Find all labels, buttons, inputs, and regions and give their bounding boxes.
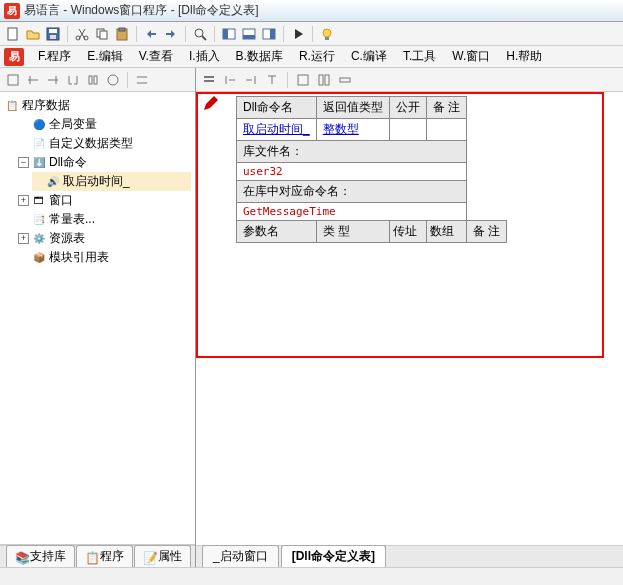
lt-btn-6[interactable] xyxy=(104,71,122,89)
menu-view[interactable]: V.查看 xyxy=(131,46,181,67)
rt-btn-1[interactable] xyxy=(200,71,218,89)
toolbar-separator xyxy=(312,26,313,42)
cell-lib-file[interactable]: user32 xyxy=(237,163,467,181)
th-addr: 传址 xyxy=(389,221,426,243)
left-bottom-tabs: 📚支持库 📋程序 📝属性 xyxy=(0,545,195,567)
logo-icon: 易 xyxy=(4,48,24,66)
main-toolbar xyxy=(0,22,623,46)
svg-point-10 xyxy=(195,29,203,37)
svg-rect-19 xyxy=(325,37,329,40)
panel1-button[interactable] xyxy=(220,25,238,43)
svg-line-11 xyxy=(202,36,206,40)
svg-rect-0 xyxy=(8,28,17,40)
tree-dll-item[interactable]: 🔊 取启动时间_ xyxy=(32,172,191,191)
tree-global-var[interactable]: 🔵 全局变量 xyxy=(18,115,191,134)
redo-button[interactable] xyxy=(162,25,180,43)
tree-label: 资源表 xyxy=(49,230,85,247)
copy-button[interactable] xyxy=(93,25,111,43)
svg-point-27 xyxy=(108,75,118,85)
th-remark2: 备 注 xyxy=(467,221,507,243)
rt-btn-2[interactable] xyxy=(221,71,239,89)
rt-btn-6[interactable] xyxy=(315,71,333,89)
lt-btn-5[interactable] xyxy=(84,71,102,89)
module-icon: 📦 xyxy=(31,251,47,265)
tree-module-ref[interactable]: 📦 模块引用表 xyxy=(18,248,191,267)
menu-tools[interactable]: T.工具 xyxy=(395,46,444,67)
menu-database[interactable]: B.数据库 xyxy=(228,46,291,67)
new-file-button[interactable] xyxy=(4,25,22,43)
menu-insert[interactable]: I.插入 xyxy=(181,46,228,67)
svg-rect-17 xyxy=(270,29,275,39)
cell-remark[interactable] xyxy=(426,119,466,141)
right-toolbar xyxy=(196,68,623,92)
tree-label: 常量表... xyxy=(49,211,95,228)
menu-run[interactable]: R.运行 xyxy=(291,46,343,67)
prop-icon: 📝 xyxy=(143,551,155,563)
toolbar-separator xyxy=(287,72,288,88)
tab-program[interactable]: 📋程序 xyxy=(76,545,133,567)
tree-dll-cmd[interactable]: − ⬇️ Dll命令 xyxy=(18,153,191,172)
menu-edit[interactable]: E.编辑 xyxy=(79,46,130,67)
menu-program[interactable]: F.程序 xyxy=(30,46,79,67)
menu-window[interactable]: W.窗口 xyxy=(444,46,498,67)
open-file-button[interactable] xyxy=(24,25,42,43)
lt-btn-4[interactable] xyxy=(64,71,82,89)
cell-lib-cmd[interactable]: GetMessageTime xyxy=(237,203,467,221)
project-tree[interactable]: 📋 程序数据 🔵 全局变量 📄 自定义数据类型 − ⬇️ Dll命令 xyxy=(0,92,195,545)
pen-icon xyxy=(202,96,218,112)
cut-button[interactable] xyxy=(73,25,91,43)
lt-btn-7[interactable] xyxy=(133,71,151,89)
window-icon: 🗔 xyxy=(31,194,47,208)
rt-btn-5[interactable] xyxy=(294,71,312,89)
find-button[interactable] xyxy=(191,25,209,43)
bulb-button[interactable] xyxy=(318,25,336,43)
lt-btn-3[interactable] xyxy=(44,71,62,89)
panel2-button[interactable] xyxy=(240,25,258,43)
tree-label: 程序数据 xyxy=(22,97,70,114)
expand-icon[interactable]: + xyxy=(18,195,29,206)
tree-label: 全局变量 xyxy=(49,116,97,133)
lt-btn-1[interactable] xyxy=(4,71,22,89)
tab-properties[interactable]: 📝属性 xyxy=(134,545,191,567)
svg-rect-13 xyxy=(223,29,228,39)
th-return-type: 返回值类型 xyxy=(316,97,389,119)
app-icon: 易 xyxy=(4,3,20,19)
tree-const[interactable]: 📑 常量表... xyxy=(18,210,191,229)
toolbar-separator xyxy=(67,26,68,42)
svg-rect-40 xyxy=(325,75,329,85)
menu-help[interactable]: H.帮助 xyxy=(498,46,550,67)
th-type: 类 型 xyxy=(316,221,389,243)
tree-root[interactable]: 📋 程序数据 xyxy=(4,96,191,115)
toolbar-separator xyxy=(214,26,215,42)
dll-icon: ⬇️ xyxy=(31,156,47,170)
paste-button[interactable] xyxy=(113,25,131,43)
run-button[interactable] xyxy=(289,25,307,43)
tab-support-lib[interactable]: 📚支持库 xyxy=(6,545,75,567)
window-title: 易语言 - Windows窗口程序 - [Dll命令定义表] xyxy=(24,2,259,19)
undo-button[interactable] xyxy=(142,25,160,43)
menu-compile[interactable]: C.编译 xyxy=(343,46,395,67)
rt-btn-3[interactable] xyxy=(242,71,260,89)
tree-resource[interactable]: + ⚙️ 资源表 xyxy=(18,229,191,248)
expand-icon[interactable]: + xyxy=(18,233,29,244)
cell-cmd-name[interactable]: 取启动时间_ xyxy=(237,119,317,141)
tab-dll-def[interactable]: [Dll命令定义表] xyxy=(281,545,386,567)
cell-return-type[interactable]: 整数型 xyxy=(316,119,389,141)
lt-btn-2[interactable] xyxy=(24,71,42,89)
cell-public[interactable] xyxy=(389,119,426,141)
rt-btn-4[interactable] xyxy=(263,71,281,89)
svg-rect-41 xyxy=(340,78,350,82)
tree-window[interactable]: + 🗔 窗口 xyxy=(18,191,191,210)
svg-rect-20 xyxy=(8,75,18,85)
tree-custom-type[interactable]: 📄 自定义数据类型 xyxy=(18,134,191,153)
right-pane: Dll命令名 返回值类型 公开 备 注 取启动时间_ 整数型 库文件名： use… xyxy=(196,68,623,567)
panel3-button[interactable] xyxy=(260,25,278,43)
tab-start-window[interactable]: _启动窗口 xyxy=(202,545,279,567)
dll-definition-table[interactable]: Dll命令名 返回值类型 公开 备 注 取启动时间_ 整数型 库文件名： use… xyxy=(236,96,507,243)
svg-rect-30 xyxy=(204,76,214,78)
collapse-icon[interactable]: − xyxy=(18,157,29,168)
toolbar-separator xyxy=(136,26,137,42)
save-button[interactable] xyxy=(44,25,62,43)
rt-btn-7[interactable] xyxy=(336,71,354,89)
svg-rect-3 xyxy=(50,35,56,39)
